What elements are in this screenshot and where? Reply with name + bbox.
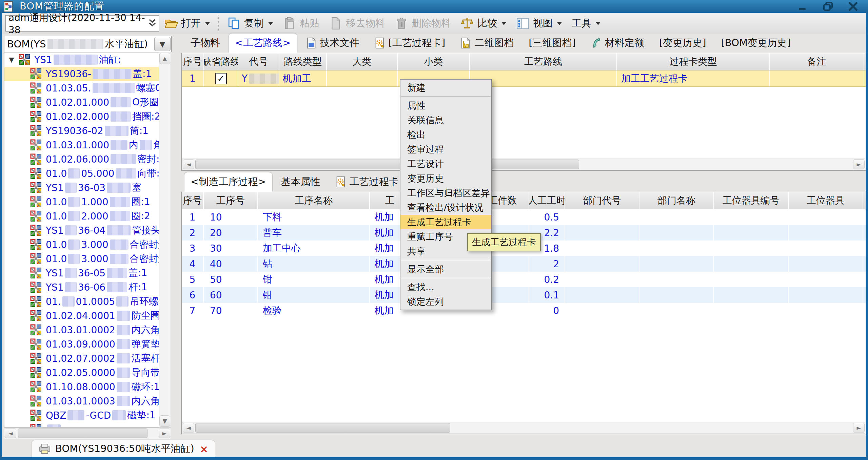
menu-item[interactable]: 新建: [400, 80, 491, 95]
column-header[interactable]: 部门名称: [639, 192, 714, 209]
column-header[interactable]: 工艺路线: [470, 53, 617, 70]
column-header[interactable]: 工序名称: [258, 192, 370, 209]
route-tab-4[interactable]: [工艺过程卡]: [368, 33, 452, 53]
tree-item[interactable]: 01.03.09.0000弹簧垫圈:34: [4, 337, 159, 351]
menu-item[interactable]: 显示全部: [400, 262, 491, 276]
route-tab-3[interactable]: 技术文件: [299, 33, 366, 53]
route-tab-8[interactable]: [变更历史]: [653, 33, 713, 53]
column-header[interactable]: 代号: [238, 53, 279, 70]
process-tab-2[interactable]: 基本属性: [275, 172, 327, 192]
column-header[interactable]: 过程卡类型: [617, 53, 770, 70]
close-document-icon[interactable]: ×: [200, 443, 208, 455]
route-tab-5[interactable]: 二维图档: [454, 33, 520, 53]
tree-expander-icon[interactable]: ▼: [4, 56, 19, 64]
column-header[interactable]: 大类: [327, 53, 398, 70]
column-header[interactable]: 工位器具编号: [714, 192, 789, 209]
process-table-row[interactable]: 110下料机加0.5: [182, 209, 866, 225]
scroll-left-icon[interactable]: ◄: [183, 159, 194, 169]
tree-item[interactable]: 01.03.01.0003内六角螺钉(304):2: [4, 394, 159, 408]
tree-item[interactable]: 01.03.000合密封垫圈:1: [4, 252, 159, 266]
scrollbar-thumb[interactable]: [195, 160, 579, 169]
column-header[interactable]: 部门代号: [565, 192, 639, 209]
double-chevron-down-icon[interactable]: [148, 18, 156, 28]
tree-horizontal-scrollbar[interactable]: ◄ ►: [4, 427, 171, 439]
process-table-row[interactable]: 440钻机加2: [182, 256, 866, 272]
close-button[interactable]: [846, 1, 861, 12]
route-tab-1[interactable]: 子物料: [184, 33, 226, 53]
menu-item[interactable]: 锁定左列: [400, 294, 491, 309]
profile-combo[interactable]: adm通用设计(2020-11-30 14-38: [5, 15, 159, 32]
menu-item[interactable]: 工作区与归档区差异: [400, 186, 491, 200]
column-header[interactable]: 备注: [770, 53, 864, 70]
tree-item[interactable]: 01.005.000向带:1: [4, 166, 159, 181]
column-header[interactable]: 小类: [398, 53, 470, 70]
copy-button[interactable]: 复制: [222, 14, 278, 33]
menu-item[interactable]: 生成工艺过程卡: [400, 215, 491, 229]
scrollbar-thumb[interactable]: [195, 423, 450, 433]
tree-item[interactable]: [4, 422, 159, 427]
tree-item[interactable]: 01.02.01.000O形圈:2: [4, 95, 159, 109]
menu-item[interactable]: 签审过程: [400, 142, 491, 156]
open-button[interactable]: 打开: [159, 14, 215, 33]
default-route-checkbox[interactable]: ✓: [215, 73, 227, 84]
route-horizontal-scrollbar[interactable]: ◄ ►: [182, 159, 865, 170]
column-header[interactable]: 序号: [182, 192, 204, 209]
column-header[interactable]: 序号: [182, 53, 204, 70]
restore-button[interactable]: [821, 1, 835, 12]
menu-item[interactable]: 属性: [400, 98, 491, 113]
menu-item[interactable]: 查看检出/设计状况: [400, 200, 491, 215]
menu-item[interactable]: 关联信息: [400, 113, 491, 127]
tree-item[interactable]: YS136-03塞: [4, 181, 159, 195]
tree-vertical-scrollbar[interactable]: ▲ ▼: [159, 52, 171, 427]
bom-selector-combo[interactable]: BOM(YS水平油缸) ▼: [4, 36, 172, 52]
tree-item[interactable]: 01.02.000圈:2: [4, 209, 159, 223]
scroll-left-icon[interactable]: ◄: [5, 428, 16, 438]
scroll-right-icon[interactable]: ►: [159, 428, 170, 438]
process-tab-3[interactable]: 工艺过程卡: [329, 172, 405, 192]
tree-item[interactable]: 01.03.000合密封垫圈:1: [4, 237, 159, 252]
chevron-down-icon[interactable]: ▼: [154, 37, 171, 51]
process-table-row[interactable]: 770检验机加0: [182, 303, 866, 318]
process-tab-1[interactable]: <制造工序过程>: [184, 172, 273, 192]
scroll-down-icon[interactable]: ▼: [159, 415, 170, 427]
tree-item[interactable]: 01.02.06.000密封:1: [4, 152, 159, 166]
tree-item[interactable]: 01.01.0005吊环螺钉:2: [4, 294, 159, 309]
menu-item[interactable]: 查找...: [400, 280, 491, 294]
tree-item[interactable]: 01.02.05.0000导向带:1: [4, 365, 159, 380]
route-tab-7[interactable]: 材料定额: [584, 33, 651, 53]
process-horizontal-scrollbar[interactable]: ◄ ►: [182, 422, 865, 434]
tools-button[interactable]: 工具: [567, 14, 606, 33]
scroll-left-icon[interactable]: ◄: [183, 423, 194, 433]
tree-item[interactable]: 01.02.02.000挡圈:2: [4, 109, 159, 124]
scroll-right-icon[interactable]: ►: [853, 423, 865, 433]
scroll-up-icon[interactable]: ▲: [159, 53, 170, 64]
scrollbar-thumb[interactable]: [18, 428, 147, 438]
column-header[interactable]: 工位器具: [789, 192, 863, 209]
route-table-row[interactable]: 1✓Y-01...机加工加工工艺过程卡: [182, 70, 866, 87]
tree-item[interactable]: YS136-05盖:1: [4, 266, 159, 280]
tree-item[interactable]: YS136-06杆:1: [4, 280, 159, 294]
process-table-row[interactable]: 660钳机加0.1: [182, 287, 866, 303]
tree-item[interactable]: 01.02.04.0001防尘圈:1: [4, 309, 159, 323]
route-tab-2[interactable]: <工艺路线>: [229, 33, 297, 53]
minimize-button[interactable]: [795, 1, 810, 12]
compare-button[interactable]: 比较: [456, 14, 511, 33]
column-header[interactable]: 工序号: [204, 192, 258, 209]
scroll-right-icon[interactable]: ►: [853, 159, 865, 169]
tree-item[interactable]: YS136-04管接头:1: [4, 223, 159, 237]
column-header[interactable]: 缺省路线: [204, 53, 238, 70]
tree-item[interactable]: 01.10.08.0000磁环:1: [4, 380, 159, 394]
tree-item[interactable]: QBZ-GCD磁垫:1: [4, 408, 159, 422]
column-header[interactable]: 路线类型: [279, 53, 327, 70]
open-document-tab[interactable]: BOM(YS19036:50吨水平油缸) ×: [31, 440, 215, 457]
column-header[interactable]: 人工工时: [529, 192, 565, 209]
view-button[interactable]: 视图: [511, 14, 567, 33]
tree-item[interactable]: YS19036-02筒:1: [4, 124, 159, 138]
menu-item[interactable]: 检出: [400, 127, 491, 142]
tree-item[interactable]: 01.03.01.000内角锥端紧定螺钉: [4, 138, 159, 152]
tree-item[interactable]: 01.03.01.0002内六角螺钉:17: [4, 323, 159, 337]
tree-item[interactable]: 01.02.07.0002活塞杆密封:2: [4, 351, 159, 365]
tree-item[interactable]: 01.03.05.螺塞G3/4:2: [4, 81, 159, 95]
tree-item[interactable]: YS19036-盖:1: [4, 67, 159, 81]
menu-item[interactable]: 工艺设计: [400, 156, 491, 171]
